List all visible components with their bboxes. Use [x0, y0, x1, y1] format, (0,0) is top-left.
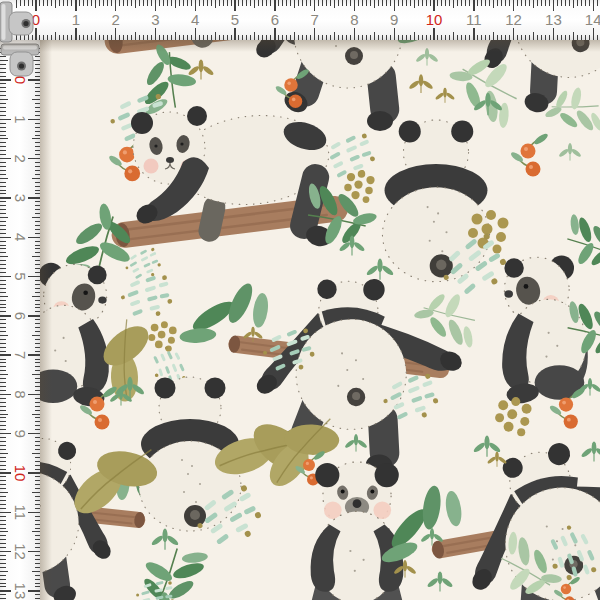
- top-ruler: 01234567891011121314: [0, 0, 600, 52]
- ruler-number-9: 9: [12, 430, 29, 438]
- ruler-number-5: 5: [231, 11, 239, 28]
- ruler-number-6: 6: [271, 11, 279, 28]
- ruler-number-10: 10: [426, 11, 443, 28]
- ruler-number-6: 6: [12, 312, 29, 320]
- ruler-number-7: 7: [310, 11, 318, 28]
- ruler-number-14: 14: [585, 11, 600, 28]
- fabric-pattern: [0, 0, 600, 600]
- ruler-number-12: 12: [505, 11, 522, 28]
- top-ruler-numbers: 01234567891011121314: [32, 11, 600, 28]
- ruler-number-3: 3: [151, 11, 159, 28]
- ruler-number-10: 10: [12, 465, 29, 482]
- ruler-number-7: 7: [12, 351, 29, 359]
- ruler-number-5: 5: [12, 272, 29, 280]
- ruler-number-11: 11: [12, 505, 29, 521]
- ruler-number-8: 8: [350, 11, 358, 28]
- ruler-number-13: 13: [545, 11, 562, 28]
- ruler-number-4: 4: [12, 233, 29, 241]
- ruler-number-3: 3: [12, 194, 29, 202]
- ruler-number-11: 11: [466, 11, 482, 28]
- ruler-number-9: 9: [390, 11, 398, 28]
- top-ruler-shadow: [0, 40, 600, 52]
- left-ruler-shadow: [40, 0, 52, 600]
- ruler-number-2: 2: [111, 11, 119, 28]
- ruler-number-13: 13: [12, 583, 29, 600]
- ruler-number-4: 4: [191, 11, 199, 28]
- ruler-number-8: 8: [12, 390, 29, 398]
- ruler-number-0: 0: [12, 76, 29, 84]
- ruler-number-1: 1: [72, 11, 80, 28]
- left-ruler: 012345678910111213: [0, 0, 52, 600]
- ruler-number-12: 12: [12, 543, 29, 560]
- ruler-number-1: 1: [12, 115, 29, 123]
- ruler-number-2: 2: [12, 154, 29, 162]
- fabric-swatch-photo: 012345678910111213 01234567891011121314: [0, 0, 600, 600]
